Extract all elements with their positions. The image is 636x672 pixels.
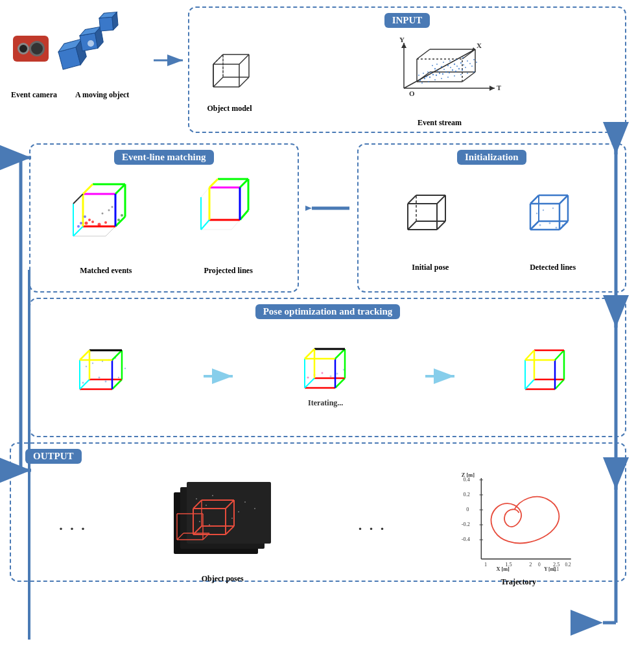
svg-point-128 [77,225,80,228]
svg-point-122 [88,219,91,221]
svg-marker-6 [99,17,113,31]
svg-text:Y [m]: Y [m] [544,566,556,572]
svg-point-245 [196,498,197,499]
svg-point-254 [199,521,200,522]
object-poses-svg [161,473,284,570]
input-label: INPUT [384,13,430,28]
camera-labels: Event camera A moving object [10,90,129,100]
svg-text:Iterating...: Iterating... [308,398,343,407]
init-label: Initialization [457,150,526,165]
pose-content: Iterating... [38,322,617,431]
output-inner: OUTPUT · · · [19,449,617,575]
svg-point-253 [254,508,255,509]
camera-icon [13,36,49,62]
svg-point-94 [449,60,451,62]
svg-point-118 [85,222,88,225]
svg-text:-0.2: -0.2 [462,522,470,527]
svg-point-81 [434,68,436,69]
svg-point-255 [209,524,210,525]
svg-point-182 [82,382,84,384]
middle-arrow-svg [305,192,351,224]
svg-line-238 [555,350,564,360]
svg-line-203 [112,350,122,360]
initial-pose-svg [398,181,463,259]
svg-text:0: 0 [538,562,541,568]
moving-object-label: A moving object [75,90,129,100]
svg-text:0: 0 [466,507,469,512]
object-poses-area: Object poses [161,473,284,584]
svg-point-163 [548,222,550,224]
svg-point-60 [447,77,449,78]
svg-point-80 [476,62,477,63]
init-box-inner: Initialization [366,150,618,286]
svg-point-213 [336,373,338,375]
svg-line-216 [335,378,345,388]
svg-line-38 [462,72,475,82]
init-content: Initial pose [366,167,618,286]
cubes-svg [55,13,126,84]
svg-point-67 [439,73,440,74]
pose-cube3-svg [517,334,585,418]
svg-point-166 [536,213,537,214]
svg-line-239 [525,350,534,360]
projected-lines-area: Projected lines [196,178,261,276]
pose-cube2-area: Iterating... [295,331,366,422]
svg-line-45 [462,49,475,59]
svg-point-123 [102,213,104,215]
svg-point-95 [456,59,457,60]
svg-point-48 [419,80,421,81]
middle-row: Event-line matching [10,143,626,293]
svg-point-52 [442,73,443,75]
object-model-area: Object model [204,51,255,114]
svg-point-50 [429,77,430,78]
matched-events-area: Matched events [67,178,145,276]
event-line-matching-box: Event-line matching [29,143,299,293]
svg-point-63 [467,73,468,74]
svg-point-247 [212,495,213,496]
svg-point-93 [443,62,444,63]
top-row: Event camera A moving object INPUT [10,6,626,133]
output-section: OUTPUT · · · [10,442,626,582]
event-stream-label: Event stream [418,118,462,128]
svg-point-184 [99,377,100,379]
camera-section: Event camera A moving object [10,6,152,133]
svg-line-217 [305,378,314,388]
pose-inner: Pose optimization and tracking [38,304,617,431]
detected-lines-area: Detected lines [521,181,585,272]
svg-point-211 [322,372,324,374]
event-line-box-inner: Event-line matching [38,150,290,286]
arrow-svg [152,51,188,70]
object-poses-label: Object poses [202,574,244,584]
matched-events-svg [67,178,145,262]
svg-line-179 [530,195,539,204]
detected-lines-svg [521,181,585,259]
event-stream-svg: X T Y O [378,36,501,114]
initialization-box: Initialization [357,143,627,293]
svg-point-251 [244,501,246,503]
trajectory-label: Trajectory [501,577,536,587]
left-connector [19,270,39,640]
svg-point-167 [542,210,543,211]
svg-point-96 [462,57,464,58]
event-line-label: Event-line matching [114,150,214,165]
svg-point-120 [98,223,101,226]
svg-point-9 [88,40,94,47]
projected-lines-svg [196,178,261,262]
svg-point-121 [104,221,107,224]
svg-point-55 [462,69,463,71]
svg-line-150 [437,221,445,230]
svg-line-171 [559,221,568,230]
svg-point-91 [432,65,433,66]
svg-point-54 [455,71,456,72]
svg-text:X: X [477,42,482,49]
object-model-svg [204,51,255,100]
svg-point-64 [473,71,475,73]
svg-point-65 [426,76,427,77]
svg-point-73 [430,72,432,73]
svg-point-84 [454,64,455,65]
input-section: INPUT [188,6,626,133]
svg-marker-133 [209,187,240,220]
svg-line-231 [555,379,564,389]
svg-point-62 [460,74,462,75]
svg-point-252 [231,518,233,519]
